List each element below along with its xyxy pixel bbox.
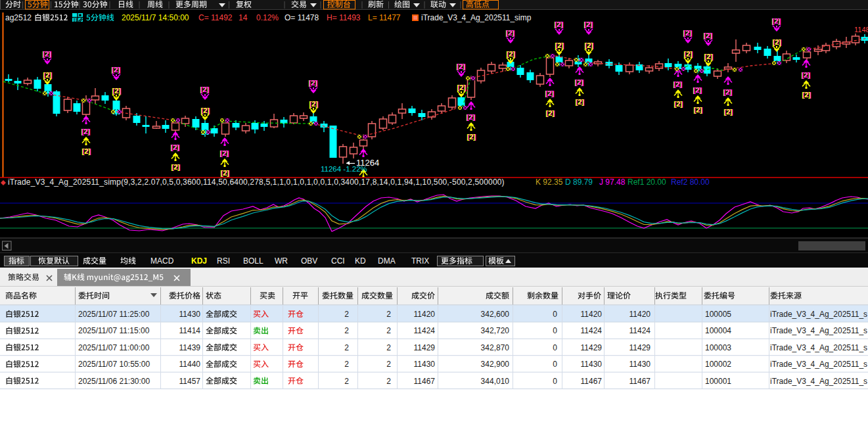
svg-text:[2]: [2]: [309, 79, 318, 87]
svg-text:[2]: [2]: [772, 17, 781, 25]
svg-text:2025/11/07 11:25:00: 2025/11/07 11:25:00: [78, 310, 150, 319]
svg-text:11430: 11430: [414, 360, 436, 369]
svg-text:2: 2: [344, 360, 349, 369]
svg-text:[2]: [2]: [723, 88, 733, 96]
svg-text:342,600: 342,600: [481, 310, 510, 319]
svg-text:[2]: [2]: [171, 163, 180, 171]
svg-text:2: 2: [344, 310, 349, 319]
svg-text:[2]: [2]: [200, 85, 210, 93]
svg-text:0: 0: [553, 360, 557, 369]
svg-text:[2]: [2]: [704, 32, 713, 39]
svg-text:D 89.79: D 89.79: [565, 178, 593, 187]
svg-text:[2]: [2]: [467, 133, 476, 141]
svg-text:[2]: [2]: [112, 87, 121, 95]
svg-text:11430: 11430: [581, 360, 603, 369]
svg-text:[2]: [2]: [584, 20, 593, 28]
svg-text:2025/11/07 11:00:00: 2025/11/07 11:00:00: [78, 343, 150, 352]
svg-text:11429: 11429: [581, 343, 603, 352]
svg-text:iTrade_V3_4_Ag_202511_simp(9,3: iTrade_V3_4_Ag_202511_simp(9,3,2,2.07,0,…: [8, 178, 505, 187]
svg-text:L= 11477: L= 11477: [368, 13, 401, 22]
svg-text:[2]: [2]: [693, 106, 702, 114]
svg-text:iTrade_V3_4_Ag_202511_s: iTrade_V3_4_Ag_202511_s: [770, 360, 867, 369]
svg-text:[2]: [2]: [575, 98, 584, 106]
svg-text:CCI: CCI: [331, 256, 345, 266]
svg-text:11430: 11430: [629, 360, 651, 369]
svg-text:14: 14: [239, 13, 248, 22]
svg-text:[2]: [2]: [693, 86, 702, 94]
svg-text:BOLL: BOLL: [243, 256, 263, 266]
svg-text:Ref1 20.00: Ref1 20.00: [628, 178, 666, 187]
svg-text:2025/11/06 21:30:00: 2025/11/06 21:30:00: [78, 377, 150, 386]
svg-text:11484: 11484: [854, 26, 868, 34]
svg-text:[2]: [2]: [457, 83, 466, 91]
svg-text:WR: WR: [275, 256, 288, 266]
svg-text:2025/11/07 11:15:00: 2025/11/07 11:15:00: [78, 326, 150, 335]
svg-text:K 92.35: K 92.35: [536, 178, 563, 187]
svg-text:11429: 11429: [629, 343, 651, 352]
svg-text:11430: 11430: [179, 310, 201, 319]
svg-text:[2]: [2]: [200, 106, 210, 114]
svg-text:2: 2: [344, 377, 349, 386]
svg-text:iTrade_V3_4_Ag_202511_s: iTrade_V3_4_Ag_202511_s: [770, 310, 867, 319]
svg-text:DMA: DMA: [378, 256, 396, 266]
svg-text:11420: 11420: [414, 310, 436, 319]
svg-text:[2]: [2]: [457, 62, 466, 70]
svg-text:100003: 100003: [705, 343, 731, 352]
svg-text:[2]: [2]: [43, 50, 52, 58]
svg-text:C= 11492: C= 11492: [198, 13, 233, 22]
svg-text:2025/11/07 10:55:00: 2025/11/07 10:55:00: [78, 360, 150, 369]
svg-text:iTrade_V3_4_Ag_202511_s: iTrade_V3_4_Ag_202511_s: [770, 377, 867, 386]
svg-text:KDJ: KDJ: [191, 256, 207, 266]
svg-text:342,870: 342,870: [481, 343, 510, 352]
svg-text:11424: 11424: [414, 326, 436, 335]
svg-text:11264 -1.22%: 11264 -1.22%: [321, 165, 367, 173]
svg-text:100005: 100005: [705, 310, 731, 319]
svg-text:iTrade_V3_4_Ag_202511_s: iTrade_V3_4_Ag_202511_s: [770, 343, 867, 352]
svg-text:[2]: [2]: [220, 169, 229, 177]
svg-text:KD: KD: [355, 256, 366, 266]
svg-text:11439: 11439: [179, 343, 201, 352]
svg-text:11457: 11457: [179, 377, 201, 386]
svg-text:[2]: [2]: [683, 50, 693, 58]
svg-text:100004: 100004: [705, 326, 731, 335]
svg-text:11440: 11440: [179, 360, 201, 369]
svg-text:[2]: [2]: [802, 91, 811, 99]
svg-text:[2]: [2]: [467, 113, 476, 121]
svg-text:2: 2: [344, 326, 349, 335]
svg-text:2: 2: [386, 360, 391, 369]
svg-text:[2]: [2]: [674, 100, 683, 108]
svg-text:11420: 11420: [581, 310, 603, 319]
svg-text:2: 2: [386, 310, 391, 319]
svg-text:[2]: [2]: [43, 71, 52, 79]
svg-text:[2]: [2]: [220, 149, 229, 157]
svg-text:11424: 11424: [629, 326, 651, 335]
svg-text:[2]: [2]: [575, 78, 584, 86]
svg-text:[2]: [2]: [506, 29, 515, 37]
svg-text:2: 2: [386, 326, 391, 335]
svg-text:[2]: [2]: [555, 20, 564, 28]
svg-text:11429: 11429: [414, 343, 436, 352]
svg-text:[2]: [2]: [674, 80, 683, 88]
svg-text:ag2512: ag2512: [5, 13, 32, 22]
svg-text:iTrade_V3_4_Ag_202511_simp: iTrade_V3_4_Ag_202511_simp: [421, 13, 532, 22]
svg-text:J 97.48: J 97.48: [599, 178, 626, 187]
svg-text:2: 2: [386, 343, 391, 352]
svg-text:11424: 11424: [581, 326, 603, 335]
svg-text:O= 11478: O= 11478: [285, 13, 319, 22]
svg-text:100001: 100001: [705, 377, 731, 386]
svg-text:[2]: [2]: [545, 109, 555, 117]
svg-text:[2]: [2]: [802, 71, 811, 79]
svg-text:RSI: RSI: [217, 256, 230, 266]
svg-text:342,900: 342,900: [481, 360, 510, 369]
svg-text:11420: 11420: [629, 310, 651, 319]
svg-text:11467: 11467: [629, 377, 651, 386]
svg-text:Ref2 80.00: Ref2 80.00: [671, 178, 710, 187]
svg-text:342,720: 342,720: [481, 326, 510, 335]
svg-text:[2]: [2]: [81, 147, 91, 155]
svg-text:[2]: [2]: [112, 66, 121, 74]
svg-text:2: 2: [344, 343, 349, 352]
svg-text:0: 0: [553, 310, 557, 319]
svg-text:0: 0: [553, 343, 557, 352]
svg-text:11467: 11467: [581, 377, 603, 386]
svg-text:344,010: 344,010: [481, 377, 510, 386]
